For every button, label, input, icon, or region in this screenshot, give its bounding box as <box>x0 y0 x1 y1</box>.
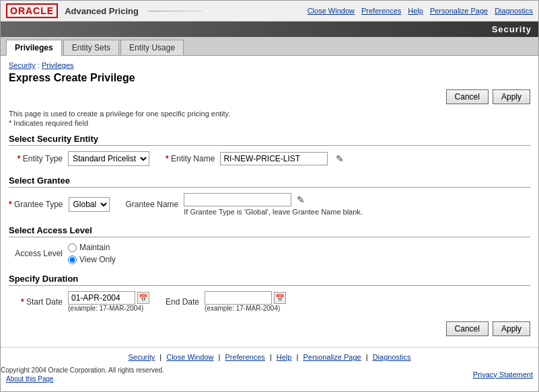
view-only-radio[interactable] <box>68 256 77 264</box>
start-date-input[interactable]: 01-APR-2004 <box>68 291 135 305</box>
breadcrumb-security[interactable]: Security <box>9 61 36 69</box>
grantee-type-label: * Grantee Type <box>9 200 63 209</box>
start-date-calendar-icon[interactable]: 📅 <box>137 292 149 304</box>
view-only-radio-row: View Only <box>68 255 116 264</box>
entity-name-label: * Entity Name <box>166 154 215 163</box>
apply-button-bottom[interactable]: Apply <box>493 321 530 336</box>
entity-name-input[interactable]: RI-NEW-PRICE-LIST <box>220 152 328 165</box>
security-entity-section: Select Security Entity * Entity Type Sta… <box>9 134 530 166</box>
footer-security-link[interactable]: Security <box>128 353 155 361</box>
security-entity-header: Select Security Entity <box>9 134 530 146</box>
help-link[interactable]: Help <box>408 7 423 15</box>
cancel-button-bottom[interactable]: Cancel <box>446 321 489 336</box>
diagnostics-link[interactable]: Diagnostics <box>495 7 533 15</box>
duration-section: Specify Duration * Start Date 01-APR-200… <box>9 274 530 312</box>
entity-type-select[interactable]: Standard Pricelist <box>68 151 149 166</box>
grantee-section: Select Grantee * Grantee Type Global Gra… <box>9 175 530 216</box>
grantee-row: * Grantee Type Global Grantee Name ✎ If … <box>9 193 530 216</box>
breadcrumb-privileges[interactable]: Privileges <box>42 61 74 69</box>
footer-personalize-link[interactable]: Personalize Page <box>303 353 361 361</box>
personalize-page-link[interactable]: Personalize Page <box>430 7 488 15</box>
footer-privacy-link[interactable]: Privacy Statement <box>473 370 533 379</box>
footer-diagnostics-link[interactable]: Diagnostics <box>373 353 411 361</box>
tab-privileges[interactable]: Privileges <box>6 40 62 56</box>
grantee-name-search-icon[interactable]: ✎ <box>294 193 308 206</box>
grantee-name-label: Grantee Name <box>126 200 179 209</box>
description-text: This page is used to create a privilege … <box>9 110 530 118</box>
start-date-example: (example: 17-MAR-2004) <box>68 305 149 312</box>
footer-copyright: Copyright 2004 Oracle Corporation. All r… <box>1 366 164 374</box>
page-title: Express Create Privilege <box>9 72 530 84</box>
logo-area: ORACLE Advanced Pricing <box>6 3 207 18</box>
tab-entity-sets[interactable]: Entity Sets <box>63 40 119 55</box>
required-note: * Indicates required field <box>9 119 530 127</box>
access-level-header: Select Access Level <box>9 225 530 237</box>
access-level-section: Select Access Level Access Level Maintai… <box>9 225 530 264</box>
maintain-label: Maintain <box>79 243 110 252</box>
duration-header: Specify Duration <box>9 274 530 286</box>
footer-links: Security | Close Window | Preferences | … <box>1 347 538 364</box>
duration-row: * Start Date 01-APR-2004 📅 (example: 17-… <box>9 291 530 312</box>
access-level-label: Access Level <box>9 249 63 258</box>
maintain-radio-row: Maintain <box>68 243 116 252</box>
grantee-type-select[interactable]: Global <box>69 197 110 212</box>
start-date-group: 01-APR-2004 📅 (example: 17-MAR-2004) <box>68 291 149 312</box>
close-window-link[interactable]: Close Window <box>308 7 355 15</box>
action-bar-bottom: Cancel Apply <box>9 321 530 336</box>
title-divider <box>148 11 202 11</box>
tab-entity-usage[interactable]: Entity Usage <box>120 40 184 55</box>
start-date-label: * Start Date <box>9 297 63 307</box>
footer-preferences-link[interactable]: Preferences <box>225 353 265 361</box>
end-date-input[interactable] <box>205 291 272 305</box>
security-banner: Security <box>1 22 538 37</box>
oracle-logo: ORACLE <box>6 3 58 18</box>
grantee-header: Select Grantee <box>9 175 530 188</box>
end-date-group: 📅 (example: 17-MAR-2004) <box>205 291 286 312</box>
end-date-label: End Date <box>166 297 199 307</box>
action-bar-top: Cancel Apply <box>9 89 530 104</box>
cancel-button-top[interactable]: Cancel <box>446 89 489 104</box>
maintain-radio[interactable] <box>68 243 77 252</box>
access-level-row: Access Level Maintain View Only <box>9 243 530 264</box>
top-nav: ORACLE Advanced Pricing Close Window Pre… <box>1 1 538 22</box>
footer-bottom: Copyright 2004 Oracle Corporation. All r… <box>1 365 538 383</box>
footer-help-link[interactable]: Help <box>277 353 292 361</box>
breadcrumb: Security : Privileges <box>9 61 530 69</box>
apply-button-top[interactable]: Apply <box>493 89 530 104</box>
view-only-label: View Only <box>79 255 116 264</box>
preferences-link[interactable]: Preferences <box>361 7 401 15</box>
footer-close-window-link[interactable]: Close Window <box>166 353 213 361</box>
access-level-radio-group: Maintain View Only <box>68 243 116 264</box>
main-content: Security : Privileges Express Create Pri… <box>1 56 538 347</box>
footer-about-link[interactable]: About this Page <box>6 375 54 383</box>
end-date-example: (example: 17-MAR-2004) <box>205 305 286 312</box>
end-date-calendar-icon[interactable]: 📅 <box>274 292 286 304</box>
entity-type-label: * Entity Type <box>9 154 63 163</box>
grantee-hint: If Grantee Type is 'Global', leave Grant… <box>184 208 363 216</box>
tab-bar: Privileges Entity Sets Entity Usage <box>1 37 538 56</box>
app-title: Advanced Pricing <box>65 6 139 16</box>
entity-type-row: * Entity Type Standard Pricelist * Entit… <box>9 151 530 166</box>
top-nav-links: Close Window Preferences Help Personaliz… <box>308 7 533 15</box>
entity-name-search-icon[interactable]: ✎ <box>333 152 347 165</box>
grantee-name-input[interactable] <box>184 193 291 206</box>
grantee-name-group: ✎ If Grantee Type is 'Global', leave Gra… <box>184 193 363 216</box>
